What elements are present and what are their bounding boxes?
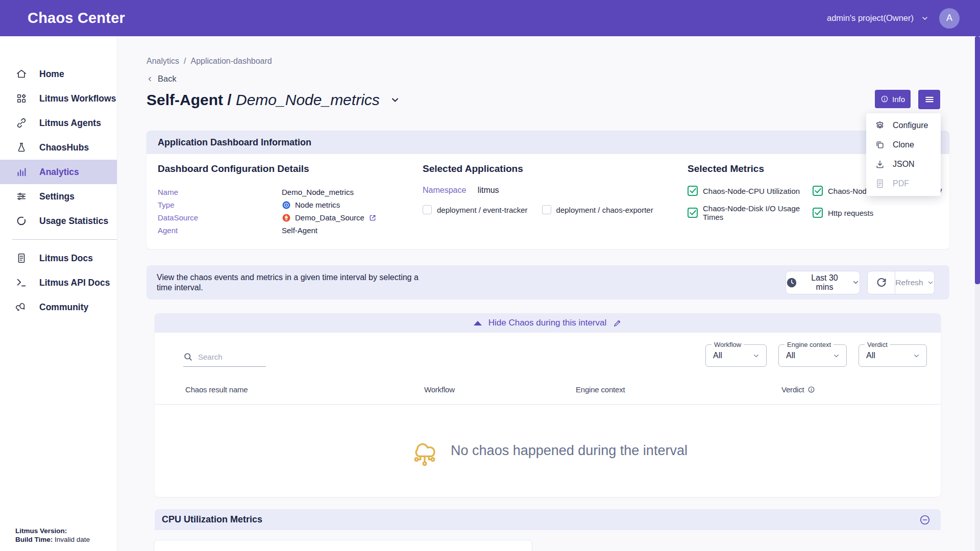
refresh-control-group: Refresh bbox=[867, 271, 935, 294]
column-workflow: Workflow bbox=[424, 385, 576, 394]
clock-icon bbox=[786, 277, 797, 288]
chaos-center-app: Chaos Center admin's project(Owner) A Ho… bbox=[0, 0, 980, 551]
checkbox-label: deployment / event-tracker bbox=[437, 206, 528, 214]
checkbox-checked[interactable] bbox=[813, 186, 823, 196]
application-checkbox-event-tracker[interactable]: deployment / event-tracker bbox=[423, 205, 528, 214]
checkbox-unchecked[interactable] bbox=[423, 205, 432, 214]
metric-checkbox-disk-io-times[interactable]: Chaos-Node-Disk I/O Usage Times bbox=[688, 204, 813, 221]
checkbox-checked[interactable] bbox=[813, 208, 823, 218]
info-button[interactable]: Info bbox=[875, 90, 911, 108]
sidebar-item-litmus-api-docs[interactable]: Litmus API Docs bbox=[0, 270, 117, 295]
namespace-row: Namespace litmus bbox=[423, 186, 653, 195]
application-dashboard-info-panel: Application Dashboard Information Dashbo… bbox=[146, 131, 949, 249]
sidebar-item-label: Litmus Workflows bbox=[39, 93, 116, 104]
config-row-name: Name Demo_Node_metrics bbox=[158, 186, 377, 198]
checkbox-label: Chaos-Node-Disk I/O Usage Times bbox=[703, 204, 813, 221]
time-interval-description: View the chaos events and metrics in a g… bbox=[157, 272, 432, 293]
download-icon bbox=[875, 159, 885, 169]
sidebar-footer: Litmus Version: Build Time: Invalid date bbox=[15, 527, 90, 544]
menu-item-label: PDF bbox=[893, 179, 909, 188]
node-metrics-icon bbox=[282, 201, 291, 210]
filter-value: All bbox=[786, 351, 795, 360]
back-button[interactable]: Back bbox=[146, 74, 949, 84]
edit-pencil-icon[interactable] bbox=[613, 319, 622, 328]
project-label: admin's project(Owner) bbox=[827, 13, 914, 23]
sidebar-item-label: Settings bbox=[39, 191, 75, 202]
dashboard-configuration-section: Dashboard Configuration Details Name Dem… bbox=[158, 163, 377, 237]
external-link-icon[interactable] bbox=[369, 214, 377, 222]
cpu-panel-title: CPU Utilization Metrics bbox=[162, 514, 262, 525]
column-chaos-result-name: Chaos result name bbox=[185, 385, 424, 394]
chaos-table-header: Chaos result name Workflow Engine contex… bbox=[155, 379, 941, 405]
menu-item-clone[interactable]: Clone bbox=[866, 135, 941, 155]
config-value: Self-Agent bbox=[282, 224, 317, 237]
main-content: Analytics / Application-dashboard Back S… bbox=[117, 36, 980, 551]
config-label: Name bbox=[158, 186, 282, 198]
selected-applications-section: Selected Applications Namespace litmus d… bbox=[423, 163, 653, 214]
project-selector[interactable]: admin's project(Owner) bbox=[827, 13, 929, 23]
search-field[interactable] bbox=[183, 351, 266, 367]
config-row-datasource: DataSource Demo_Data_Source bbox=[158, 211, 377, 224]
checkbox-checked[interactable] bbox=[688, 208, 698, 218]
sidebar-item-label: Home bbox=[39, 69, 64, 80]
caret-up-icon bbox=[474, 321, 482, 325]
sidebar-item-litmus-agents[interactable]: Litmus Agents bbox=[0, 111, 117, 135]
refresh-interval-select[interactable]: Refresh bbox=[895, 271, 934, 294]
engine-context-filter-select[interactable]: Engine context All bbox=[778, 344, 847, 367]
sidebar-item-litmus-docs[interactable]: Litmus Docs bbox=[0, 246, 117, 270]
sidebar-item-litmus-workflows[interactable]: Litmus Workflows bbox=[0, 86, 117, 111]
metric-checkbox-http-requests[interactable]: Http requests bbox=[813, 204, 942, 221]
dashboard-switch-chevron-icon[interactable] bbox=[390, 95, 400, 105]
checkbox-unchecked[interactable] bbox=[542, 205, 551, 214]
usage-circle-icon bbox=[16, 215, 27, 227]
sidebar-item-settings[interactable]: Settings bbox=[0, 184, 117, 209]
sidebar-item-analytics[interactable]: Analytics bbox=[0, 160, 117, 184]
sidebar-item-chaoshubs[interactable]: ChaosHubs bbox=[0, 135, 117, 160]
menu-item-label: Configure bbox=[893, 121, 928, 130]
application-checkbox-chaos-exporter[interactable]: deployment / chaos-exporter bbox=[542, 205, 653, 214]
more-options-button[interactable] bbox=[918, 90, 940, 109]
sidebar-item-community[interactable]: Community bbox=[0, 295, 117, 319]
home-icon bbox=[16, 68, 27, 80]
namespace-label: Namespace bbox=[423, 186, 466, 194]
sidebar-divider bbox=[12, 239, 117, 240]
hide-chaos-toggle[interactable]: Hide Chaos during this interval bbox=[155, 313, 941, 333]
sidebar-item-home[interactable]: Home bbox=[0, 62, 117, 86]
chaos-events-panel: Hide Chaos during this interval Workflow… bbox=[155, 313, 941, 497]
menu-item-configure[interactable]: Configure bbox=[866, 116, 941, 135]
app-title: Chaos Center bbox=[28, 10, 125, 27]
flask-icon bbox=[16, 142, 27, 153]
search-input[interactable] bbox=[198, 353, 259, 361]
config-label: Type bbox=[158, 198, 282, 211]
time-range-select[interactable]: Last 30 mins bbox=[786, 271, 860, 294]
chevron-down-icon bbox=[913, 352, 920, 360]
metric-checkbox-cpu-utilization[interactable]: Chaos-Node-CPU Utilization bbox=[688, 186, 813, 196]
menu-item-json[interactable]: JSON bbox=[866, 155, 941, 174]
column-engine-context: Engine context bbox=[576, 385, 781, 394]
pdf-file-icon bbox=[875, 179, 885, 189]
checkbox-checked[interactable] bbox=[688, 186, 698, 196]
chevron-down-icon bbox=[832, 352, 840, 360]
verdict-filter-select[interactable]: Verdict All bbox=[859, 344, 927, 367]
workflows-icon bbox=[16, 93, 27, 104]
collapse-minus-icon[interactable] bbox=[919, 514, 930, 525]
title-dashboard-name: Demo_Node_metrics bbox=[236, 91, 380, 108]
user-avatar[interactable]: A bbox=[939, 8, 960, 29]
breadcrumb-application-dashboard[interactable]: Application-dashboard bbox=[190, 57, 272, 66]
time-interval-section: View the chaos events and metrics in a g… bbox=[146, 265, 949, 299]
verdict-info-icon[interactable] bbox=[807, 386, 815, 393]
sidebar-item-label: Community bbox=[39, 302, 88, 313]
scrollbar-thumb[interactable] bbox=[975, 36, 980, 284]
time-range-value: Last 30 mins bbox=[802, 273, 847, 292]
empty-state: No chaos happened during the interval bbox=[155, 405, 941, 497]
breadcrumb-analytics[interactable]: Analytics bbox=[146, 57, 179, 66]
bar-chart-icon bbox=[16, 166, 27, 178]
filter-value: All bbox=[866, 351, 875, 360]
datasource-link[interactable]: Demo_Data_Source bbox=[282, 211, 377, 224]
sidebar-item-usage-statistics[interactable]: Usage Statistics bbox=[0, 209, 117, 233]
hide-chaos-label: Hide Chaos during this interval bbox=[488, 318, 607, 328]
workflow-filter-select[interactable]: Workflow All bbox=[705, 344, 767, 367]
menu-item-pdf: PDF bbox=[866, 174, 941, 193]
refresh-button[interactable] bbox=[868, 271, 895, 294]
chevron-down-icon bbox=[927, 279, 934, 286]
